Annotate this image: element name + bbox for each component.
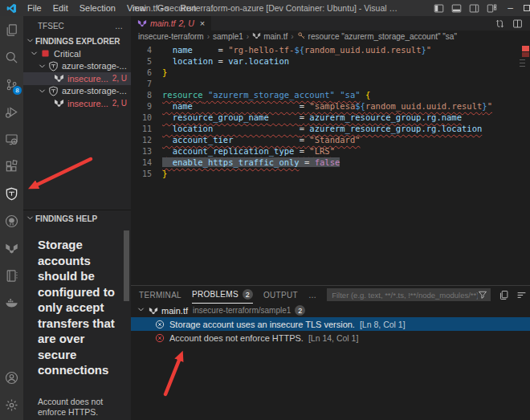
layout-panel-icon[interactable]: [451, 3, 462, 14]
breadcrumb-label: sample1: [213, 32, 243, 41]
minimap-line: [520, 66, 525, 67]
activity-settings-button[interactable]: [0, 391, 23, 418]
breadcrumb-label: insecure-terraform: [138, 32, 204, 41]
activity-bar-bottom: [0, 364, 23, 418]
problems-list: main.tfinsecure-terraform/sample12Storag…: [131, 304, 530, 345]
problem-row-2[interactable]: Account does not enforce HTTPS.[Ln 14, C…: [131, 331, 530, 345]
activity-extensions-button[interactable]: [0, 153, 23, 180]
panel-tab-output[interactable]: OUTPUT: [263, 286, 298, 304]
panel-header: TERMINALPROBLEMS2OUTPUT…: [131, 286, 530, 304]
layout-sidebar-right-icon[interactable]: [469, 3, 479, 14]
breadcrumb-item[interactable]: insecure-terraform: [138, 32, 204, 41]
activity-tfsec-button[interactable]: [0, 180, 23, 207]
layout-customize-icon[interactable]: [487, 3, 497, 14]
breadcrumb-separator: ›: [247, 32, 249, 41]
code-line-10[interactable]: 10 resource_group_name = azurerm_resourc…: [131, 112, 530, 123]
code-line-6[interactable]: 6}: [131, 67, 530, 78]
activity-source-control-button[interactable]: 8: [0, 71, 23, 98]
terraform-icon: [54, 73, 64, 84]
open-changes-icon[interactable]: [495, 18, 505, 29]
layout-sidebar-left-icon[interactable]: [434, 3, 444, 14]
activity-account-button[interactable]: [0, 364, 23, 391]
docker-icon: [5, 296, 18, 310]
account-icon: [5, 371, 18, 385]
terraform-file-icon: [137, 18, 147, 28]
filter-funnel-icon[interactable]: [478, 290, 487, 300]
window-minimize-button[interactable]: –: [504, 2, 516, 14]
findings-explorer-section-header[interactable]: FINDINGS EXPLORER: [23, 35, 131, 47]
panel-tab-problems[interactable]: PROBLEMS2: [192, 286, 253, 304]
chevron-down-icon: [137, 305, 145, 316]
findings-help-section-header[interactable]: FINDINGS HELP: [23, 212, 131, 225]
problems-file-group[interactable]: main.tfinsecure-terraform/sample12: [131, 304, 530, 317]
github-icon: [5, 214, 18, 228]
line-number: 10: [131, 113, 152, 122]
code-line-15[interactable]: 15}: [131, 168, 530, 179]
problems-filter: [327, 288, 491, 301]
chevron-down-icon: [26, 214, 35, 224]
finding-help-description: Account does not enforce HTTPS.: [38, 397, 123, 418]
notebook-icon: [5, 269, 18, 283]
menu-item-file[interactable]: File: [22, 3, 47, 13]
tree-item-insecure-[interactable]: insecure...2, U: [23, 72, 131, 85]
breadcrumb-item[interactable]: resource "azurerm_storage_account" "sa": [297, 31, 457, 42]
activity-bar: 8: [0, 16, 23, 420]
activity-terraform-button[interactable]: [0, 234, 23, 262]
code-line-4[interactable]: 4 name = "rg-hello-tf-${random_uuid.uuid…: [131, 44, 530, 55]
window-maximize-button[interactable]: [524, 5, 530, 11]
search-icon: [5, 51, 18, 64]
menu-item-edit[interactable]: Edit: [47, 3, 74, 13]
activity-search-button[interactable]: [0, 43, 23, 71]
code-line-14[interactable]: 14 enable_https_traffic_only = false: [131, 157, 530, 168]
tree-item-azure-storage-[interactable]: azure-storage-...: [23, 60, 131, 73]
minimap-line: [520, 59, 525, 60]
panel-actions: [491, 290, 530, 300]
sidebar-tfsec: TFSEC … FINDINGS EXPLORER Criticalazure-…: [23, 16, 131, 420]
filter-input[interactable]: [332, 291, 478, 300]
tfsec-icon: [5, 187, 18, 201]
activity-docker-button[interactable]: [0, 289, 23, 316]
panel-tab-label: OUTPUT: [263, 291, 298, 300]
activity-explorer-button[interactable]: [0, 16, 23, 43]
findings-help-label: FINDINGS HELP: [35, 214, 97, 223]
panel-tab-terminal[interactable]: TERMINAL: [139, 286, 181, 304]
tree-item-insecure-[interactable]: insecure...2, U: [23, 97, 131, 110]
panel-tab-label: TERMINAL: [139, 291, 181, 300]
settings-icon: [5, 398, 18, 412]
findings-explorer-label: FINDINGS EXPLORER: [35, 37, 120, 46]
window-title: main.tf - secure-terraform-on-azure [Dev…: [132, 3, 398, 13]
problem-row-1[interactable]: Storage account uses an insecure TLS ver…: [131, 317, 530, 331]
titlebar: FileEditSelectionViewGoRun… main.tf - se…: [0, 0, 530, 16]
code-line-9[interactable]: 9 name = "samplesa${random_uuid.uuid.res…: [131, 100, 530, 112]
section-divider: [23, 210, 131, 210]
code-line-7[interactable]: 7: [131, 78, 530, 89]
activity-remote-explorer-button[interactable]: [0, 125, 23, 153]
code-line-8[interactable]: 8resource "azurerm_storage_account" "sa"…: [131, 89, 530, 100]
activity-github-button[interactable]: [0, 207, 23, 234]
tab-main-tf[interactable]: main.tf 2, U ×: [131, 16, 211, 31]
menu-item-selection[interactable]: Selection: [74, 3, 121, 13]
activity-run-debug-button[interactable]: [0, 98, 23, 125]
code-line-5[interactable]: 5 location = var.location: [131, 55, 530, 67]
breadcrumb-item[interactable]: sample1: [213, 32, 243, 41]
findings-tree: Criticalazure-storage-...insecure...2, U…: [23, 47, 131, 110]
code-editor[interactable]: 4 name = "rg-hello-tf-${random_uuid.uuid…: [131, 42, 530, 285]
breadcrumb-item[interactable]: main.tf: [252, 31, 287, 42]
tree-item-decoration: 2, U: [112, 74, 127, 83]
sidebar-scrollbar[interactable]: [124, 230, 129, 301]
tree-item-critical[interactable]: Critical: [23, 47, 131, 60]
close-icon[interactable]: ×: [200, 18, 205, 28]
minimap-error-marker: [522, 52, 529, 57]
code-line-13[interactable]: 13 account_replication_type = "LRS": [131, 145, 530, 157]
tree-item-azure-storage-[interactable]: azure-storage-...: [23, 85, 131, 98]
code-line-12[interactable]: 12 account_tier = "Standard": [131, 134, 530, 145]
copy-icon[interactable]: [499, 290, 509, 300]
minimap[interactable]: [520, 43, 530, 180]
more-actions-icon[interactable]: …: [115, 22, 123, 31]
code-line-11[interactable]: 11 location = azurerm_resource_group.rg.…: [131, 123, 530, 134]
panel-tab-[interactable]: …: [308, 286, 316, 304]
line-number: 7: [131, 80, 152, 88]
activity-notebook-button[interactable]: [0, 262, 23, 289]
collapse-all-icon[interactable]: [516, 290, 527, 300]
split-editor-icon[interactable]: [512, 18, 523, 29]
